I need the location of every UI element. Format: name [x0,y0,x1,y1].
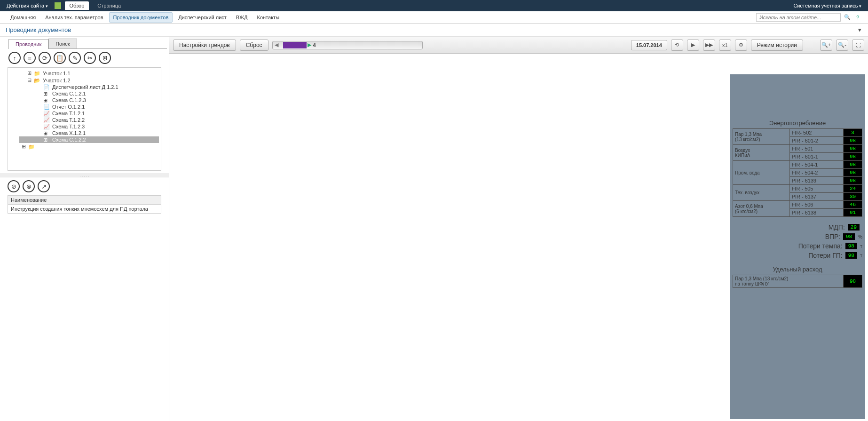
sidebar-toolbar: ↑ ≡ ⟳ 📋 ✎ ✂ ⛨ [0,49,169,67]
fit-screen-icon[interactable]: ⛶ [852,40,864,51]
tree-item[interactable]: ⊞📁Участок 1.1 [19,70,159,77]
summary-unit: т [860,243,862,249]
energy-table: Пар 1,3 Мпа (13 кгс/см2)FIR- 5023PIR - 6… [733,128,862,217]
tree-label: Схема С.1.2.3 [52,97,86,103]
nav-analysis[interactable]: Анализ тех. параметров [41,13,107,22]
breadcrumb: Проводник документов ▾ [0,24,868,37]
tree-item[interactable]: ⊞Схема Х.1.2.1 [19,130,159,136]
energy-title: Энергопотребление [733,119,862,127]
slider-thumb[interactable] [283,42,307,48]
speed-button[interactable]: x1 [719,40,731,51]
summary-label: Потери темпа: [798,242,843,250]
energy-param-name: PIR - 601-1 [789,153,843,161]
content-area: Настройки трендов Сброс ◀ ▶ 4 15.07.2014… [169,37,868,421]
tree-item[interactable]: 📈Схема Т.1.2.3 [19,123,159,130]
summary-unit: т [860,253,862,258]
tree-label: Отчет О.1.2.1 [52,104,85,110]
nav-dispatcher[interactable]: Диспетчерский лист [174,13,230,22]
nav-vjd[interactable]: ВЖД [232,13,252,22]
nav-doc-explorer[interactable]: Проводник документов [109,12,173,23]
slider-left-icon[interactable]: ◀ [275,42,278,48]
tree-label: Участок 1.1 [43,71,71,76]
schema-icon: ⊞ [43,137,50,143]
shield-icon[interactable]: ⛨ [99,52,111,64]
refresh-icon[interactable]: ⟳ [39,52,51,64]
gear-icon[interactable]: ⚙ [735,40,747,51]
tree-item[interactable]: 📈Схема Т.1.2.2 [19,117,159,123]
edit-icon[interactable]: ✎ [69,52,81,64]
energy-panel: Энергопотребление Пар 1,3 Мпа (13 кгс/см… [730,74,865,419]
energy-param-name: FIR - 501 [789,145,843,153]
step-back-icon[interactable]: ⟲ [671,40,683,51]
target-icon[interactable]: ⊗ [23,180,35,192]
tree-label: Диспетчерский лист Д.1.2.1 [52,84,118,90]
energy-param-value: 98 [844,169,862,177]
prop-header: Наименование [8,196,161,205]
tree-label: Участок 1.2 [43,78,71,83]
document-tree[interactable]: ⊞📁Участок 1.1⊟📂Участок 1.2📄Диспетчерский… [8,67,161,171]
site-actions-dropdown[interactable]: Действия сайта [4,2,51,9]
tree-label: Схема С.1.2.1 [52,91,86,96]
list-icon[interactable]: ≡ [24,52,36,64]
ribbon-bar: Действия сайта Обзор Страница Системная … [0,0,868,11]
clipboard-icon[interactable]: 📋 [54,52,66,64]
energy-param-value: 46 [844,201,862,209]
sidebar: Проводник Поиск ↑ ≡ ⟳ 📋 ✎ ✂ ⛨ ⊞📁Участок … [0,37,169,421]
tree-item[interactable]: ⊞Схема С.1.2.3 [19,97,159,103]
cut-icon[interactable]: ✂ [84,52,96,64]
energy-param-name: PIR - 6137 [789,193,843,201]
fast-forward-icon[interactable]: ▶▶ [703,40,715,51]
search-input[interactable] [756,13,841,22]
up-icon[interactable]: ↑ [8,52,21,64]
history-mode-button[interactable]: Режим истории [751,40,803,51]
breadcrumb-dropdown-icon[interactable]: ▾ [858,26,861,33]
tree-label: Схема Т.1.2.1 [52,111,85,116]
summary-unit: % [858,234,862,239]
tree-item[interactable]: 📈Схема Т.1.2.1 [19,110,159,117]
tree-item[interactable]: ⊞📁 [19,143,159,150]
sidebar-tab-search[interactable]: Поиск [48,39,77,48]
summary-value: 98 [843,233,855,240]
sidebar-tab-explorer[interactable]: Проводник [8,39,48,49]
zoom-out-icon[interactable]: 🔍- [836,40,848,51]
energy-param-name: FIR - 504-1 [789,161,843,169]
tree-label: Схема Х.1.2.1 [52,130,86,136]
trends-settings-button[interactable]: Настройки трендов [173,40,236,51]
reset-button[interactable]: Сброс [240,40,268,51]
summary-value: 98 [845,252,857,259]
account-dropdown[interactable]: Системная учетная запись [790,2,864,9]
trend-icon: 📈 [43,124,50,129]
breadcrumb-title: Проводник документов [6,26,71,33]
property-panel: ⊘ ⊗ ↗ Наименование Инструкция создания т… [0,177,169,421]
compass-icon[interactable]: ⊘ [8,180,20,192]
tree-item[interactable]: 📃Отчет О.1.2.1 [19,103,159,110]
energy-param-name: FIR- 502 [789,129,843,137]
tree-item[interactable]: ⊞Схема С.1.2.1 [19,90,159,97]
schema-icon: ⊞ [43,130,50,136]
tree-item[interactable]: ⊞Схема С.1.2.2 [19,136,159,143]
udel-label: Пар 1,3 Мпа (13 кгс/см2) на тонну ШФЛУ [733,275,844,288]
tab-overview[interactable]: Обзор [65,1,89,10]
search-icon[interactable]: 🔍 [844,14,851,21]
energy-param-value: 98 [844,145,862,153]
tab-page[interactable]: Страница [93,1,126,10]
help-icon[interactable]: ? [854,14,861,21]
splitter-handle[interactable]: · · · · · [0,174,169,177]
energy-group: Тех. воздух [733,185,790,201]
tree-item[interactable]: 📄Диспетчерский лист Д.1.2.1 [19,84,159,90]
zoom-in-icon[interactable]: 🔍+ [820,40,832,51]
nav-home[interactable]: Домашняя [7,13,39,22]
energy-param-name: FIR - 506 [789,201,843,209]
nav-contacts[interactable]: Контакты [253,13,284,22]
tree-label: Схема С.1.2.2 [52,137,86,143]
slider-right-icon[interactable]: ▶ [308,42,311,48]
time-slider[interactable]: ◀ ▶ 4 [272,41,423,49]
energy-param-value: 98 [844,177,862,185]
date-display[interactable]: 15.07.2014 [631,40,667,50]
energy-param-name: FIR - 505 [789,185,843,193]
tree-item[interactable]: ⊟📂Участок 1.2 [19,77,159,84]
energy-param-value: 24 [844,185,862,193]
arrow-out-icon[interactable]: ↗ [38,180,50,192]
play-icon[interactable]: ▶ [687,40,699,51]
energy-param-value: 30 [844,193,862,201]
